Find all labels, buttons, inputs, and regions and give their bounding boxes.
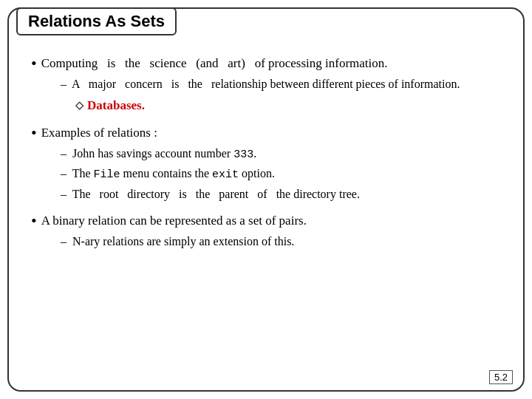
- dash-icon-1: –: [61, 75, 66, 93]
- slide-container: Relations As Sets • Computing is the sci…: [7, 7, 525, 392]
- sub-bullet-3: – N-ary relations are simply an extensio…: [61, 233, 501, 250]
- bullet-section-2: • Examples of relations : – John has sav…: [31, 124, 501, 203]
- code-exit: exit: [212, 168, 239, 181]
- sub-bullet-item-2-1: – John has savings account number 333.: [61, 145, 501, 164]
- bullet-text-1: Computing is the science (and art) of pr…: [41, 55, 388, 72]
- bullet-section-1: • Computing is the science (and art) of …: [31, 55, 501, 115]
- sub-bullet-text-2-2: The File menu contains the exit option.: [69, 165, 275, 184]
- dash-icon-2-2: –: [61, 165, 66, 183]
- bullet-text-3: A binary relation can be represented as …: [41, 212, 307, 230]
- sub-bullet-text-2-1: John has savings account number 333.: [69, 145, 256, 164]
- bullet-main-2: • Examples of relations :: [31, 124, 501, 142]
- code-file: File: [94, 168, 120, 181]
- sub-bullet-2: – John has savings account number 333. –…: [61, 145, 501, 203]
- slide-content: • Computing is the science (and art) of …: [31, 55, 501, 250]
- sub-bullet-item-2-3: – The root directory is the parent of th…: [61, 185, 501, 203]
- sub-bullet-item-2-2: – The File menu contains the exit option…: [61, 165, 501, 184]
- dash-icon-2-3: –: [61, 185, 66, 203]
- sub-bullet-text-3-1: N-ary relations are simply an extension …: [69, 233, 294, 250]
- slide-title: Relations As Sets: [16, 7, 177, 35]
- diamond-text-1: Databases.: [87, 96, 145, 115]
- sub-bullet-1: – A major concern is the relationship be…: [61, 75, 501, 93]
- code-333: 333: [233, 149, 253, 161]
- page-number: 5.2: [489, 370, 513, 384]
- sub-bullet-text-1-1: A major concern is the relationship betw…: [69, 75, 460, 93]
- bullet-main-3: • A binary relation can be represented a…: [31, 212, 501, 230]
- sub-bullet-item-3-1: – N-ary relations are simply an extensio…: [61, 233, 501, 250]
- bullet-dot-2: •: [31, 124, 37, 142]
- bullet-text-2: Examples of relations :: [41, 124, 157, 142]
- bullet-section-3: • A binary relation can be represented a…: [31, 212, 501, 250]
- diamond-item-1: ◇ Databases.: [75, 96, 501, 115]
- dash-icon-2-1: –: [61, 145, 66, 163]
- sub-bullet-item-1-1: – A major concern is the relationship be…: [61, 75, 501, 93]
- sub-bullet-text-2-3: The root directory is the parent of the …: [69, 185, 360, 203]
- bullet-dot-1: •: [31, 55, 37, 72]
- diamond-icon-1: ◇: [75, 98, 83, 113]
- dash-icon-3-1: –: [61, 233, 66, 250]
- bullet-dot-3: •: [31, 212, 37, 230]
- bullet-main-1: • Computing is the science (and art) of …: [31, 55, 501, 72]
